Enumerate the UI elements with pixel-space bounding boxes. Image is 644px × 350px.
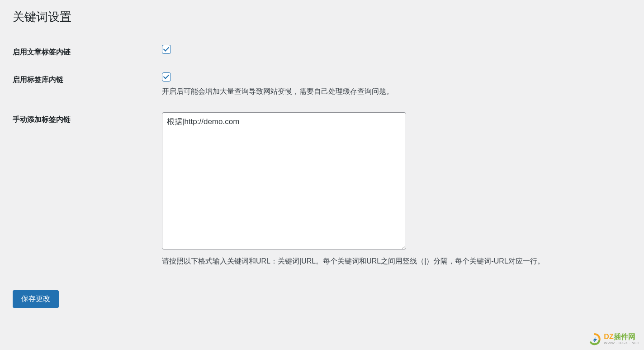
description-enable-tag-library-link: 开启后可能会增加大量查询导致网站变慢，需要自己处理缓存查询问题。 bbox=[162, 86, 627, 97]
row-enable-tag-library-link: 启用标签库内链 开启后可能会增加大量查询导致网站变慢，需要自己处理缓存查询问题。 bbox=[13, 66, 631, 106]
watermark: DZ插件网 WWW . DZ-X . NET bbox=[588, 333, 639, 345]
label-enable-article-tag-link: 启用文章标签内链 bbox=[13, 38, 162, 66]
watermark-logo-icon bbox=[588, 333, 601, 345]
textarea-manual-tag-links[interactable]: 根据|http://demo.com bbox=[162, 112, 406, 249]
checkbox-enable-article-tag-link[interactable] bbox=[162, 45, 171, 54]
label-manual-tag-links: 手动添加标签内链 bbox=[13, 106, 162, 276]
page-title: 关键词设置 bbox=[13, 9, 631, 25]
watermark-text: DZ插件网 WWW . DZ-X . NET bbox=[604, 333, 639, 345]
settings-form-table: 启用文章标签内链 启用标签库内链 开启后可能会增加大量查询导致网站变慢，需要自己… bbox=[13, 38, 631, 276]
row-enable-article-tag-link: 启用文章标签内链 bbox=[13, 38, 631, 66]
watermark-url: WWW . DZ-X . NET bbox=[604, 341, 639, 345]
save-button[interactable]: 保存更改 bbox=[13, 290, 59, 308]
watermark-brand-part1: DZ bbox=[604, 333, 613, 340]
description-manual-tag-links: 请按照以下格式输入关键词和URL：关键词|URL。每个关键词和URL之间用竖线（… bbox=[162, 256, 627, 267]
watermark-brand: DZ插件网 bbox=[604, 333, 639, 340]
row-manual-tag-links: 手动添加标签内链 根据|http://demo.com 请按照以下格式输入关键词… bbox=[13, 106, 631, 276]
label-enable-tag-library-link: 启用标签库内链 bbox=[13, 66, 162, 106]
watermark-brand-part2: 插件网 bbox=[614, 333, 635, 340]
checkbox-enable-tag-library-link[interactable] bbox=[162, 72, 171, 82]
submit-row: 保存更改 bbox=[13, 290, 631, 308]
